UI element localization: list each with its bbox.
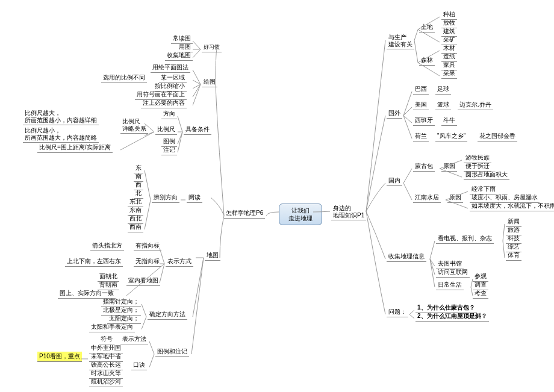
q-label: 问题： — [387, 307, 408, 317]
usa-extra: 迈克尔.乔丹 — [458, 100, 493, 110]
center-node[interactable]: 让我们走进地理 — [279, 204, 322, 225]
compass-label: 有指向标 — [134, 241, 161, 251]
rhyme-label: 口诀 — [131, 360, 147, 370]
holland-extra: 花之国郁金香 — [478, 131, 517, 142]
draw-label: 绘图 — [202, 77, 217, 87]
scalerel-formula: 比例尺=图上距离/实际距离 — [37, 143, 113, 153]
indoor-label: 室内看地图 — [126, 276, 160, 286]
rhyme-4: 航机沼沙河 — [89, 377, 123, 387]
draw-3: 注上必要的内容 — [141, 98, 187, 108]
habit-label: 好习惯 — [202, 42, 222, 52]
collect-label: 收集地理信息 — [387, 252, 426, 262]
holland-label: 荷兰 — [413, 131, 429, 142]
habit-2: 收集地图 — [165, 51, 193, 61]
forest-3: 采果 — [441, 69, 457, 79]
usa-label: 美国 — [413, 100, 429, 110]
dir-7: 西南 — [128, 222, 143, 232]
tv-label: 看电视、报刊、杂志 — [436, 234, 494, 244]
brazil-label: 巴西 — [413, 84, 429, 95]
el-3: 注记 — [161, 145, 177, 155]
spain-item: 斗牛 — [441, 116, 457, 126]
land-label: 土地 — [419, 22, 435, 33]
main-left[interactable]: 怎样学地理P6 — [224, 208, 265, 219]
draw-top: 用绘平面图法 — [151, 63, 190, 73]
q2: 2、为什么江南屋顶是斜？ — [416, 311, 489, 322]
holland-item: "风车之乡" — [435, 131, 467, 142]
daily-label: 日常生活 — [436, 280, 464, 290]
main-right[interactable]: 身边的地理知识P1 — [331, 204, 366, 220]
elements-label: 具备条件 — [184, 125, 211, 135]
scalerel-label: 比例尺详略关系 — [120, 117, 148, 134]
tv-4: 体育 — [506, 250, 521, 261]
show-label: 表示方式 — [166, 257, 193, 267]
prod-label: 与生产建设有关 — [387, 33, 414, 49]
compass-item: 箭头指北方 — [90, 241, 124, 251]
nocompass-item: 上北下南，左西右东 — [65, 257, 123, 267]
symbol-label: 表示方法 — [120, 334, 148, 344]
legend-label: 图例和注记 — [155, 347, 189, 357]
el-1: 比例尺 — [155, 125, 177, 135]
net: 访问互联网 — [436, 267, 470, 278]
foreign-label: 国外 — [387, 108, 402, 119]
mongol-cause: 原因 — [441, 161, 457, 172]
jiangnan-2: 如果坡度大，水就流下，不积雨 — [470, 201, 554, 211]
method-label: 确定方向方法 — [148, 310, 187, 320]
draw-scale: 选用的比例不同 — [101, 73, 147, 83]
spain-label: 西班牙 — [413, 116, 435, 126]
jiangnan-cause: 原因 — [447, 193, 463, 203]
map-label: 地图 — [205, 250, 220, 261]
el-0: 方向 — [161, 109, 177, 119]
domestic-label: 国内 — [387, 176, 402, 186]
brazil-item: 足球 — [435, 84, 451, 95]
scalerel-big: 比例尺越大，所画范围越小，内容越详细 — [23, 109, 99, 125]
mongol-label: 蒙古包 — [413, 161, 435, 172]
forest-label: 森林 — [419, 55, 435, 66]
jiangnan-label: 江南水居 — [413, 193, 441, 203]
read-sub: 辨别方向 — [152, 193, 179, 203]
p10-highlight: P10看图，重点 — [37, 352, 82, 362]
nocompass-label: 无指向标 — [134, 257, 161, 267]
scalerel-small: 比例尺越小，所画范围越大，内容越简略 — [23, 126, 99, 143]
mongol-2: 圆形占地面积大 — [464, 170, 509, 180]
method-3: 太阳和手表定向 — [89, 322, 135, 332]
read-label: 阅读 — [187, 193, 202, 203]
daily-2: 考查 — [473, 288, 488, 299]
usa-item: 篮球 — [435, 100, 451, 110]
